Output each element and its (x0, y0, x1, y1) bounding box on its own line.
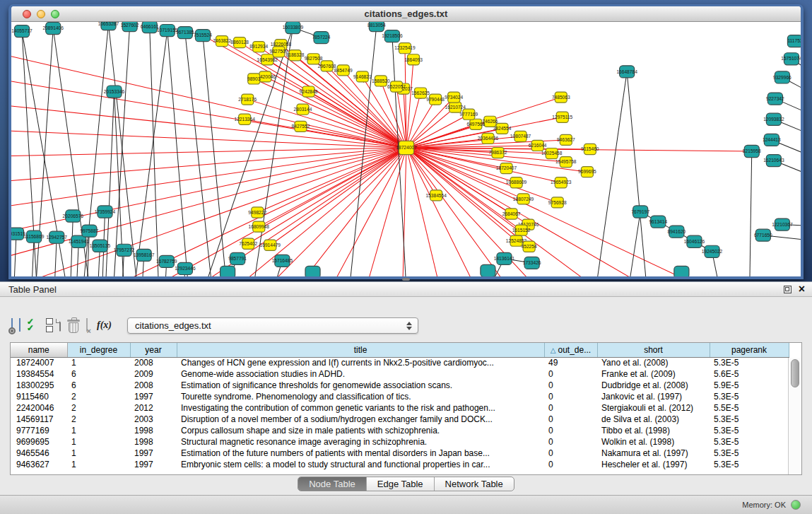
graph-node-yellow[interactable]: 15495758 (555, 157, 577, 168)
graph-node-teal[interactable]: 13505135 (90, 240, 111, 252)
table-row[interactable]: 911546021997Tourette syndrome. Phenomeno… (11, 391, 789, 402)
show-columns-button[interactable] (19, 319, 20, 332)
graph-node-teal[interactable]: 9857791 (228, 252, 247, 264)
graph-node-yellow[interactable]: 18807249 (513, 194, 534, 204)
graph-node-teal[interactable]: 14055717 (11, 25, 33, 37)
tab-node-table[interactable]: Node Table (298, 477, 366, 491)
graph-node-teal[interactable]: 12093832 (763, 113, 784, 125)
graph-node-yellow[interactable]: 12975115 (552, 112, 572, 122)
graph-node-teal[interactable]: 9329966 (773, 71, 792, 83)
table-select-dropdown[interactable]: citations_edges.txt (127, 317, 418, 334)
column-header-title[interactable]: title (177, 343, 544, 357)
graph-edge[interactable] (265, 76, 406, 148)
graph-node-teal[interactable] (220, 266, 235, 276)
graph-node-yellow[interactable]: 452254 (522, 241, 537, 252)
graph-node-yellow[interactable]: 7485063 (552, 92, 570, 103)
graph-node-teal[interactable]: 8215958 (743, 145, 761, 157)
graph-node-yellow[interactable]: 19654923 (551, 177, 572, 188)
graph-node-teal[interactable]: 16046126 (684, 235, 705, 247)
graph-edge[interactable] (108, 24, 142, 276)
table-row[interactable]: 1830029562008Estimation of significance … (11, 380, 789, 391)
column-header-out_degree[interactable]: △out_de... (544, 343, 597, 357)
graph-node-teal[interactable]: 20891406 (42, 23, 64, 35)
graph-node-yellow[interactable]: 98903 (247, 74, 261, 84)
graph-node-yellow[interactable]: 1864093 (404, 54, 423, 65)
graph-edge[interactable] (11, 148, 406, 271)
graph-edge[interactable] (11, 148, 406, 214)
graph-edge[interactable] (11, 71, 406, 148)
graph-node-teal[interactable]: 20153346 (104, 86, 125, 98)
graph-edge[interactable] (749, 151, 752, 276)
network-canvas[interactable]: 7485063129751159463627911546010025458154… (11, 22, 801, 276)
graph-edge[interactable] (406, 148, 517, 241)
graph-edge[interactable] (302, 148, 406, 276)
window-titlebar[interactable]: citations_edges.txt (11, 6, 801, 22)
graph-node-teal[interactable]: 13958167 (134, 249, 155, 261)
graph-edge[interactable] (406, 100, 435, 148)
scrollbar-thumb[interactable] (791, 359, 799, 387)
graph-node-teal[interactable] (674, 266, 689, 276)
graph-node-teal[interactable]: 12942757 (47, 231, 68, 243)
column-header-year[interactable]: year (130, 343, 177, 357)
column-header-name[interactable]: name (11, 343, 67, 357)
graph-node-yellow[interactable]: 12213364 (234, 114, 255, 124)
graph-node-yellow[interactable]: 9790448 (426, 94, 445, 105)
graph-node-teal[interactable]: 1244413 (763, 134, 781, 146)
graph-node-yellow[interactable]: 9463627 (557, 134, 575, 145)
column-header-short[interactable]: short (597, 343, 710, 357)
graph-edge[interactable] (406, 107, 455, 148)
graph-node-yellow[interactable]: 2718176 (238, 94, 257, 105)
row-height-button[interactable] (46, 318, 53, 332)
table-settings-button[interactable] (11, 319, 13, 332)
graph-node-yellow[interactable]: 18724007 (396, 141, 417, 154)
graph-node-teal[interactable]: 16210643 (763, 155, 784, 167)
graph-node-teal[interactable]: 9975887 (81, 225, 99, 237)
graph-node-teal[interactable]: 10719155 (157, 25, 178, 37)
graph-node-yellow[interactable]: 9146821 (353, 71, 372, 82)
graph-node-teal[interactable]: 7515524 (194, 30, 212, 42)
new-column-button[interactable] (59, 319, 61, 332)
graph-node-teal[interactable]: 9227342 (766, 93, 784, 105)
graph-node-teal[interactable]: 16033809 (283, 22, 304, 34)
graph-node-teal[interactable]: 15751074 (781, 53, 801, 65)
graph-edge[interactable] (627, 71, 651, 276)
panel-divider-grip[interactable] (402, 278, 410, 281)
graph-edge[interactable] (621, 211, 640, 276)
graph-node-yellow[interactable]: 9699695 (578, 167, 596, 177)
table-row[interactable]: 2242004622012Investigating the contribut… (11, 402, 789, 414)
graph-node-yellow[interactable]: 10688609 (506, 177, 527, 188)
column-header-pagerank[interactable]: pagerank (710, 343, 789, 357)
graph-node-teal[interactable]: 12210367 (772, 218, 793, 230)
table-row[interactable]: 1456911722003Disruption of a novel membe… (11, 414, 789, 425)
select-all-button[interactable]: ✓✓ (27, 319, 40, 332)
graph-node-yellow[interactable]: 10807487 (510, 131, 531, 141)
float-panel-icon[interactable] (784, 286, 792, 293)
graph-node-yellow[interactable]: 20364436 (478, 133, 499, 144)
tab-network-table[interactable]: Network Table (434, 477, 514, 491)
close-panel-icon[interactable]: × (799, 284, 805, 294)
graph-edge[interactable] (11, 148, 406, 243)
graph-node-teal[interactable]: 12923446 (175, 262, 196, 274)
graph-node-teal[interactable]: 1733426 (523, 257, 541, 269)
graph-node-teal[interactable]: 8941620 (667, 226, 686, 238)
graph-node-teal[interactable] (481, 264, 495, 276)
graph-node-yellow[interactable]: 12325419 (394, 43, 416, 54)
graph-node-teal[interactable]: 7679197 (631, 206, 649, 218)
graph-node-teal[interactable]: 6771650 (754, 229, 772, 241)
graph-node-teal[interactable] (305, 266, 320, 276)
graph-node-teal[interactable]: 19245022 (702, 245, 723, 257)
graph-node-teal[interactable]: 14136141 (494, 252, 515, 264)
memory-status-indicator[interactable] (791, 500, 801, 510)
graph-edge[interactable] (254, 78, 406, 148)
graph-node-teal[interactable]: 17359924 (95, 206, 116, 218)
graph-node-teal[interactable]: 11156869 (24, 230, 45, 243)
table-row[interactable]: 946362711997Embryonic stem cells: a mode… (11, 459, 789, 470)
column-header-in_degree[interactable]: in_degree (67, 343, 130, 357)
graph-node-yellow[interactable]: 9115460 (581, 144, 599, 154)
graph-node-teal[interactable]: 16648784 (616, 66, 637, 78)
graph-node-teal[interactable]: 9613414 (649, 216, 667, 228)
table-row[interactable]: 1872400712008Changes of HCN gene express… (11, 357, 789, 368)
graph-node-yellow[interactable]: 9756928 (548, 197, 567, 208)
graph-node-teal[interactable]: 8813054 (367, 22, 386, 32)
table-scrollbar[interactable] (788, 358, 801, 474)
